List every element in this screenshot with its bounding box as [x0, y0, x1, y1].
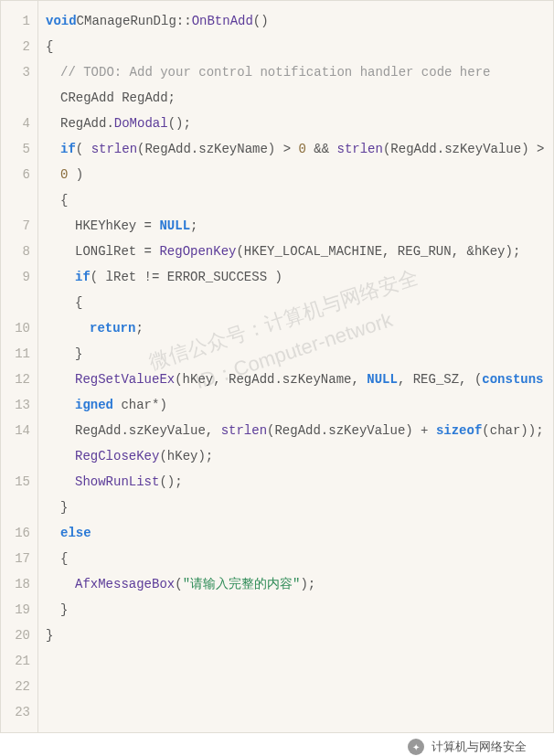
line-number: 15 [1, 469, 37, 520]
keyword-if: if [75, 270, 91, 284]
string-literal: "请输入完整的内容" [183, 577, 301, 591]
code-line: // TODO: Add your control notification h… [46, 59, 546, 85]
strlen-call: strlen [91, 142, 137, 156]
code-line: { [46, 546, 546, 571]
line-number: 20 [1, 623, 37, 648]
code-line: } [46, 341, 546, 367]
code-line: if( lRet != ERROR_SUCCESS ) [46, 264, 546, 290]
func-call: RegOpenKey [159, 244, 236, 259]
brace-close: } [75, 346, 82, 361]
code-line: } [46, 623, 546, 648]
args: (RegAdd.szKeyValue) + [267, 423, 436, 438]
code-line: return; [46, 315, 546, 341]
code-block: 1 2 3 4 5 6 7 8 9 10 11 12 13 14 15 16 1… [0, 0, 554, 733]
line-number: 5 [1, 136, 37, 162]
args: (); [159, 474, 182, 489]
line-number: 12 [1, 367, 37, 392]
code-line: CRegAdd RegAdd; [46, 85, 546, 111]
keyword-return: return [90, 321, 135, 335]
line-number: 18 [1, 571, 37, 597]
code-line: { [46, 290, 546, 315]
code-line: RegAdd.szKeyValue, strlen(RegAdd.szKeyVa… [46, 418, 546, 443]
text: hKey = [106, 218, 160, 233]
strlen-call: strlen [337, 142, 383, 156]
semi: ; [190, 218, 197, 233]
text: (RegAdd.szKeyName) > [137, 142, 298, 156]
declaration: CRegAdd RegAdd; [60, 91, 176, 105]
line-number: 19 [1, 597, 37, 623]
line-number: 10 [1, 315, 37, 341]
code-line: if( strlen(RegAdd.szKeyName) > 0 && strl… [46, 136, 546, 187]
brace-open: { [60, 193, 68, 208]
wechat-icon: ✦ [408, 739, 424, 755]
text: (RegAdd.szKeyValue) > [383, 142, 552, 156]
type: HKEY [75, 218, 106, 233]
code-line: ShowRunList(); [46, 469, 546, 495]
code-line: LONGlRet = RegOpenKey(HKEY_LOCAL_MACHINE… [46, 239, 546, 264]
line-number: 3 [1, 59, 37, 111]
brace-open: { [75, 295, 82, 310]
args: (HKEY_LOCAL_MACHINE, REG_RUN, &hKey); [236, 244, 520, 259]
footer-text: 计算机与网络安全 [431, 739, 527, 755]
func-call: ShowRunList [75, 474, 159, 489]
line-number: 13 [1, 392, 37, 418]
code-line: RegCloseKey(hKey); [46, 443, 546, 469]
text: ) [68, 167, 83, 182]
line-number: 14 [1, 418, 37, 469]
func-call: RegCloseKey [75, 449, 159, 463]
class-name: CManageRunDlg [77, 14, 176, 28]
code-line: AfxMessageBox("请输入完整的内容"); [46, 571, 546, 597]
code-line: RegSetValueEx(hKey, RegAdd.szKeyName, NU… [46, 367, 546, 418]
text: ( [76, 142, 91, 156]
line-number: 7 [1, 213, 37, 239]
text: && [306, 142, 337, 156]
line-number-gutter: 1 2 3 4 5 6 7 8 9 10 11 12 13 14 15 16 1… [1, 1, 38, 732]
scope-op: :: [176, 14, 192, 28]
type: LONG [75, 244, 106, 259]
args: (char)); [482, 423, 543, 438]
line-number: 4 [1, 111, 37, 136]
method-call: DoModal [114, 116, 168, 131]
keyword-void: void [46, 14, 77, 28]
func-call: AfxMessageBox [75, 577, 175, 591]
code-line: HKEYhKey = NULL; [46, 213, 546, 239]
line-number: 22 [1, 674, 37, 699]
brace-close: } [60, 602, 68, 617]
footer: ✦ 计算机与网络安全 [0, 733, 554, 756]
code-line: } [46, 597, 546, 623]
line-number: 1 [1, 8, 37, 34]
brace-open: { [60, 551, 68, 566]
brace-close: } [46, 628, 53, 643]
line-number: 21 [1, 648, 37, 674]
func-call: RegSetValueEx [75, 372, 175, 387]
null: NULL [159, 218, 190, 233]
semi: ; [135, 321, 143, 335]
keyword-else: else [60, 526, 91, 540]
line-number: 11 [1, 341, 37, 367]
keyword-if: if [60, 142, 76, 156]
line-number: 8 [1, 239, 37, 264]
parens: () [253, 14, 269, 28]
paren: ( [175, 577, 182, 591]
paren: ); [300, 577, 315, 591]
line-number: 2 [1, 34, 37, 59]
null: NULL [367, 372, 398, 387]
brace-close: } [60, 500, 68, 515]
code-body: 微信公众号：计算机与网络安全 ID：Computer-network voidC… [38, 1, 553, 732]
code-line: voidCManageRunDlg::OnBtnAdd() [46, 8, 546, 34]
function-name: OnBtnAdd [192, 14, 253, 28]
args: char*) [113, 398, 167, 412]
args: RegAdd.szKeyValue, [75, 423, 221, 438]
brace-open: { [46, 39, 53, 54]
code-line: } [46, 495, 546, 520]
line-number: 17 [1, 546, 37, 571]
line-number: 6 [1, 162, 37, 213]
comment: // TODO: Add your control notification h… [60, 65, 490, 80]
expr: RegAdd. [60, 116, 114, 131]
condition: ( lRet != ERROR_SUCCESS ) [91, 270, 282, 284]
strlen-call: strlen [221, 423, 267, 438]
number: 0 [298, 142, 305, 156]
line-number: 16 [1, 520, 37, 546]
args: (hKey, RegAdd.szKeyName, [175, 372, 367, 387]
code-line: else [46, 520, 546, 546]
